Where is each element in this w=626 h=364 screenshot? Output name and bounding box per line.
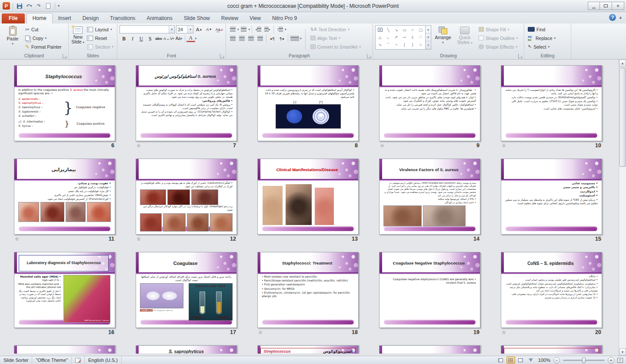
paste-button[interactable]: Paste▾ (2, 25, 23, 46)
slide-thumbnail[interactable]: • کفگیرک(carbuncle): ناشی از کورک های به… (136, 159, 237, 235)
tab-slide-show[interactable]: Slide Show (178, 13, 216, 23)
shape-icon[interactable]: ⇩ (409, 33, 417, 41)
tab-animations[interactable]: Animations (141, 13, 178, 23)
align-text-button[interactable]: Align Text▾ (309, 34, 362, 42)
zoom-in-button[interactable]: + (608, 357, 614, 364)
font-color-button[interactable]: A (186, 35, 195, 42)
select-button[interactable]: ↖Select▾ (526, 43, 557, 51)
slide-thumbnail[interactable]: • مسمومیت غذایی• باکتریمی و سپتی سمی• ان… (501, 159, 602, 235)
shape-icon[interactable]: ∿ (376, 41, 384, 49)
shape-outline-button[interactable]: Shape Outline▾ (477, 34, 519, 42)
status-theme-name[interactable]: "Office Theme" (32, 356, 71, 364)
slide-thumbnail[interactable]: • - هیالورونیداز: با تخریب اسیدهیالورونی… (379, 65, 480, 141)
shapes-gallery-scrollbar[interactable]: ▲▼⊻ (426, 25, 431, 50)
tab-nitro-pro-9[interactable]: Nitro Pro 9 (266, 13, 303, 23)
change-case-button[interactable]: Aa▾ (175, 34, 183, 43)
format-painter-button[interactable]: ✎Format Painter (24, 43, 63, 51)
slide-thumbnail-partial[interactable] (379, 345, 480, 354)
shape-icon[interactable]: ⇨ (400, 33, 409, 41)
minimize-ribbon-icon[interactable]: ▲ (619, 15, 623, 20)
slide-thumbnail-partial[interactable] (14, 345, 115, 354)
shape-effects-button[interactable]: Shape Effects▾ (477, 43, 519, 51)
tab-file[interactable]: File (2, 13, 25, 23)
shape-fill-button[interactable]: Shape Fill▾ (477, 25, 519, 33)
shape-icon[interactable]: } (409, 41, 417, 49)
shape-icon[interactable]: ~ (392, 41, 400, 49)
status-spellcheck[interactable] (72, 356, 85, 364)
reset-button[interactable]: Reset (86, 34, 115, 42)
cut-button[interactable]: ✂Cut (24, 25, 63, 33)
scroll-down-icon[interactable]: ▼ (619, 348, 626, 356)
tab-transitions[interactable]: Transitions (104, 13, 141, 23)
slide-thumbnail[interactable]: Coagulaseراحت ترین و قابل اعتماد ترین تس… (136, 252, 237, 328)
fit-to-window-button[interactable] (616, 357, 624, 364)
slide-thumbnail[interactable]: Clinical Manifestations/Disease (257, 159, 359, 235)
shrink-font-button[interactable]: A▼ (205, 25, 213, 33)
tab-review[interactable]: Review (216, 13, 244, 23)
help-icon[interactable]: ? (609, 14, 616, 21)
slide-sorter-view-button[interactable] (506, 357, 515, 364)
text-direction-button[interactable]: ⇅AText Direction▾ (309, 25, 362, 33)
underline-button[interactable]: U (137, 34, 146, 43)
convert-smartart-button[interactable]: Convert to SmartArt▾ (309, 43, 362, 51)
font-dialog-launcher-icon[interactable] (220, 54, 224, 58)
status-language[interactable]: English (U.S.) (85, 356, 122, 364)
shape-icon[interactable]: ╲ (384, 26, 393, 33)
slide-thumbnail[interactable]: • اگزوتوکسین ها: این توکسین ها تعداد زیا… (501, 65, 602, 141)
decrease-indent-button[interactable]: ◂ (254, 25, 263, 33)
replace-button[interactable]: abacReplace▾ (526, 34, 557, 42)
slide-thumbnail-partial[interactable]: S. saprophyticus (136, 345, 237, 354)
save-icon[interactable] (16, 2, 23, 10)
drawing-dialog-launcher-icon[interactable] (518, 54, 523, 58)
rtl-direction-button[interactable]: ¶◂ (277, 34, 286, 43)
tab-insert[interactable]: Insert (53, 13, 77, 23)
minimize-button[interactable]: ▁ (588, 2, 600, 10)
shape-icon[interactable]: ○ (409, 26, 417, 33)
powerpoint-app-icon[interactable]: P (3, 2, 10, 10)
shape-icon[interactable]: ∟ (384, 33, 393, 41)
status-view-mode[interactable]: Slide Sorter (0, 356, 32, 364)
increase-indent-button[interactable]: ▸ (263, 25, 272, 33)
vertical-scrollbar[interactable]: ▲ ▼ (619, 60, 626, 356)
columns-button[interactable] (290, 34, 300, 43)
close-button[interactable]: ✕ (612, 2, 624, 10)
shape-icon[interactable]: A (376, 26, 384, 33)
scrollbar-thumb[interactable] (619, 68, 626, 167)
shape-icon[interactable]: ▭ (400, 26, 409, 33)
slide-thumbnail[interactable]: Virulence Factors of S. aureusسندرم پوست… (379, 159, 480, 235)
reading-view-button[interactable] (516, 357, 525, 364)
numbering-button[interactable] (240, 25, 248, 33)
section-button[interactable]: Section▾ (86, 43, 115, 51)
ltr-direction-button[interactable]: ▸¶ (268, 34, 277, 43)
shapes-gallery[interactable]: A╲↘▭○▢△∟↱⇨⇩♡∿⌒~{}☆ (375, 25, 426, 50)
align-center-button[interactable] (237, 34, 246, 43)
grow-font-button[interactable]: A▲ (195, 25, 203, 33)
shape-icon[interactable]: ↱ (392, 33, 400, 41)
slide-thumbnail[interactable]: بیماریزایی• عفونت پوست و ضمائم:• فولیکول… (14, 159, 115, 235)
font-size-combo[interactable]: 24▾ (176, 25, 193, 33)
arrange-button[interactable]: Arrange▾ (432, 25, 454, 44)
shape-icon[interactable]: ⌒ (384, 41, 393, 49)
zoom-out-button[interactable]: − (553, 357, 560, 364)
slide-thumbnail[interactable]: CoNS – S. epidermidis• جایگاه:• استافیلو… (501, 252, 602, 328)
slide-sorter-pane[interactable]: StaphylococcusIn addition to the coagula… (0, 60, 619, 356)
font-name-combo[interactable]: ▾ (120, 25, 175, 33)
layout-button[interactable]: Layout▾ (86, 25, 115, 33)
italic-button[interactable]: I (128, 34, 137, 43)
align-right-button[interactable] (246, 34, 255, 43)
shape-icon[interactable]: ▢ (416, 26, 425, 33)
find-button[interactable]: Find (526, 25, 557, 33)
zoom-slider-thumb[interactable] (582, 357, 586, 363)
normal-view-button[interactable] (496, 357, 505, 364)
slide-thumbnail[interactable]: StaphylococcusIn addition to the coagula… (14, 65, 115, 141)
qat-customize-icon[interactable]: ▾ (58, 4, 60, 8)
undo-icon[interactable]: ↶▾ (25, 2, 33, 10)
slide-thumbnail[interactable]: Laboratory diagnosis of Staphylococcus• … (14, 252, 115, 328)
shape-icon[interactable]: ↘ (392, 26, 400, 33)
clear-formatting-button[interactable]: A͟a◢ (215, 25, 223, 33)
slide-thumbnail-partial[interactable] (501, 345, 602, 354)
zoom-slider[interactable] (563, 360, 605, 361)
slide-thumbnail-partial[interactable]: Streptococcusاسترپتوکوکوس (257, 345, 359, 354)
align-left-button[interactable] (228, 34, 237, 43)
tab-design[interactable]: Design (77, 13, 104, 23)
